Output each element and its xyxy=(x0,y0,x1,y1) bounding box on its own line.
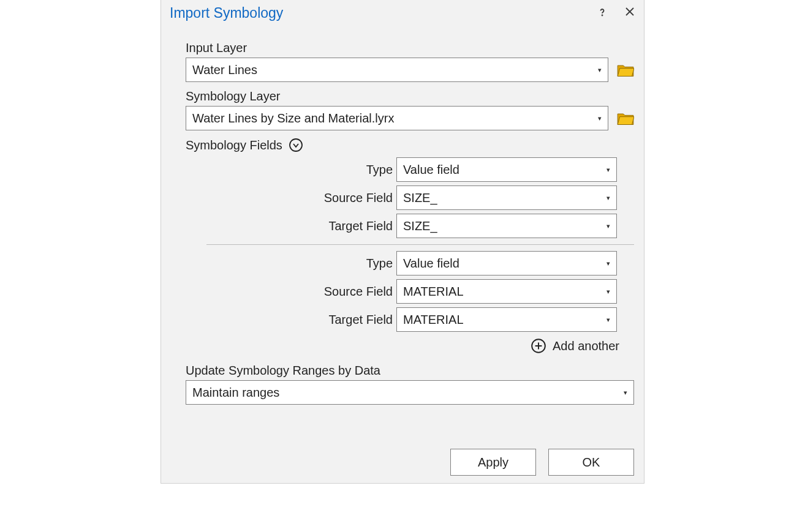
dialog-title: Import Symbology xyxy=(170,5,596,21)
update-ranges-select[interactable]: Maintain ranges ▾ xyxy=(186,380,634,405)
add-another-label: Add another xyxy=(553,339,619,353)
source-field-select-2[interactable]: MATERIAL ▾ xyxy=(396,279,617,304)
source-field-label-2: Source Field xyxy=(203,285,396,299)
chevron-down-icon: ▾ xyxy=(607,194,610,202)
svg-point-0 xyxy=(602,15,603,15)
chevron-down-icon: ▾ xyxy=(607,288,610,296)
target-field-select-1[interactable]: SIZE_ ▾ xyxy=(396,214,617,238)
type-select-2[interactable]: Value field ▾ xyxy=(396,251,617,275)
group-divider xyxy=(206,244,634,245)
apply-button[interactable]: Apply xyxy=(450,449,536,476)
close-icon[interactable] xyxy=(624,6,635,21)
add-another-button[interactable]: Add another xyxy=(203,338,634,354)
chevron-down-icon: ▾ xyxy=(607,260,610,268)
input-layer-label: Input Layer xyxy=(186,41,634,55)
source-field-value-2: MATERIAL xyxy=(403,285,464,299)
chevron-down-icon: ▾ xyxy=(607,166,610,174)
import-symbology-dialog: Import Symbology Input Layer Water Lines… xyxy=(161,0,644,484)
type-label-2: Type xyxy=(203,257,396,271)
chevron-down-icon: ▾ xyxy=(624,389,627,397)
help-icon[interactable] xyxy=(596,6,608,21)
symbology-layer-value: Water Lines by Size and Material.lyrx xyxy=(192,111,394,126)
input-layer-select[interactable]: Water Lines ▾ xyxy=(186,58,608,82)
symbology-layer-label: Symbology Layer xyxy=(186,89,634,103)
type-value-2: Value field xyxy=(403,257,459,271)
input-layer-value: Water Lines xyxy=(192,63,257,77)
browse-input-layer-icon[interactable] xyxy=(617,62,634,77)
dialog-footer: Apply OK xyxy=(161,418,644,483)
svg-point-3 xyxy=(290,139,302,151)
plus-icon xyxy=(531,338,546,354)
chevron-down-icon: ▾ xyxy=(598,114,602,122)
ok-button[interactable]: OK xyxy=(548,449,634,476)
browse-symbology-layer-icon[interactable] xyxy=(617,111,634,126)
type-select-1[interactable]: Value field ▾ xyxy=(396,157,617,182)
target-field-value-2: MATERIAL xyxy=(403,313,464,327)
symbology-fields-group-1: Type Value field ▾ Source Field SIZE_ ▾ … xyxy=(203,157,634,354)
collapse-icon[interactable] xyxy=(289,138,303,152)
source-field-label: Source Field xyxy=(203,191,396,205)
symbology-fields-label: Symbology Fields xyxy=(186,138,282,152)
dialog-titlebar: Import Symbology xyxy=(161,0,644,28)
chevron-down-icon: ▾ xyxy=(607,222,610,230)
symbology-fields-header: Symbology Fields xyxy=(186,138,634,152)
type-label: Type xyxy=(203,163,396,177)
target-field-value-1: SIZE_ xyxy=(403,219,437,233)
type-value-1: Value field xyxy=(403,163,459,177)
source-field-select-1[interactable]: SIZE_ ▾ xyxy=(396,185,617,210)
update-ranges-value: Maintain ranges xyxy=(192,386,279,400)
chevron-down-icon: ▾ xyxy=(598,66,602,74)
chevron-down-icon: ▾ xyxy=(607,316,610,324)
target-field-label-2: Target Field xyxy=(203,313,396,327)
source-field-value-1: SIZE_ xyxy=(403,191,437,205)
target-field-label: Target Field xyxy=(203,219,396,233)
symbology-layer-select[interactable]: Water Lines by Size and Material.lyrx ▾ xyxy=(186,106,608,130)
update-ranges-label: Update Symbology Ranges by Data xyxy=(186,364,634,378)
target-field-select-2[interactable]: MATERIAL ▾ xyxy=(396,307,617,332)
